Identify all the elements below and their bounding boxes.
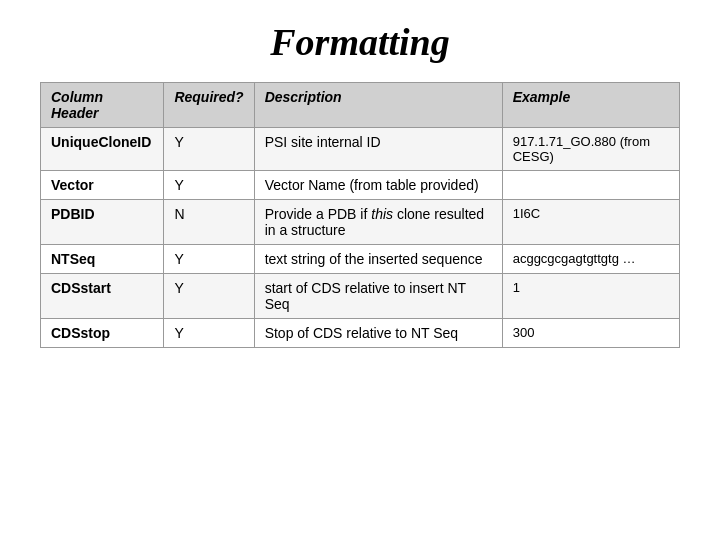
table-row: CDSstart Y start of CDS relative to inse… bbox=[41, 274, 680, 319]
italic-this: this bbox=[371, 206, 393, 222]
cell-column-header: CDSstop bbox=[41, 319, 164, 348]
col-header-column-header: Column Header bbox=[41, 83, 164, 128]
cell-example: 300 bbox=[502, 319, 679, 348]
cell-example: 1 bbox=[502, 274, 679, 319]
cell-required: N bbox=[164, 200, 254, 245]
cell-column-header: CDSstart bbox=[41, 274, 164, 319]
cell-description: start of CDS relative to insert NT Seq bbox=[254, 274, 502, 319]
col-header-description: Description bbox=[254, 83, 502, 128]
cell-required: Y bbox=[164, 319, 254, 348]
cell-example: 917.1.71_GO.880 (from CESG) bbox=[502, 128, 679, 171]
page-title: Formatting bbox=[270, 20, 450, 64]
table-row: Vector Y Vector Name (from table provide… bbox=[41, 171, 680, 200]
cell-required: Y bbox=[164, 245, 254, 274]
cell-example bbox=[502, 171, 679, 200]
table-row: CDSstop Y Stop of CDS relative to NT Seq… bbox=[41, 319, 680, 348]
cell-example: 1I6C bbox=[502, 200, 679, 245]
col-header-required: Required? bbox=[164, 83, 254, 128]
cell-example: acggcgcgagtgttgtg … bbox=[502, 245, 679, 274]
cell-description: Vector Name (from table provided) bbox=[254, 171, 502, 200]
cell-description: Stop of CDS relative to NT Seq bbox=[254, 319, 502, 348]
cell-required: Y bbox=[164, 274, 254, 319]
table-row: UniqueCloneID Y PSI site internal ID 917… bbox=[41, 128, 680, 171]
cell-column-header: UniqueCloneID bbox=[41, 128, 164, 171]
cell-column-header: PDBID bbox=[41, 200, 164, 245]
cell-description: text string of the inserted sequence bbox=[254, 245, 502, 274]
col-header-example: Example bbox=[502, 83, 679, 128]
cell-description: PSI site internal ID bbox=[254, 128, 502, 171]
cell-column-header: NTSeq bbox=[41, 245, 164, 274]
cell-required: Y bbox=[164, 171, 254, 200]
cell-required: Y bbox=[164, 128, 254, 171]
cell-column-header: Vector bbox=[41, 171, 164, 200]
table-row: PDBID N Provide a PDB if this clone resu… bbox=[41, 200, 680, 245]
formatting-table: Column Header Required? Description Exam… bbox=[40, 82, 680, 348]
cell-description: Provide a PDB if this clone resulted in … bbox=[254, 200, 502, 245]
table-row: NTSeq Y text string of the inserted sequ… bbox=[41, 245, 680, 274]
